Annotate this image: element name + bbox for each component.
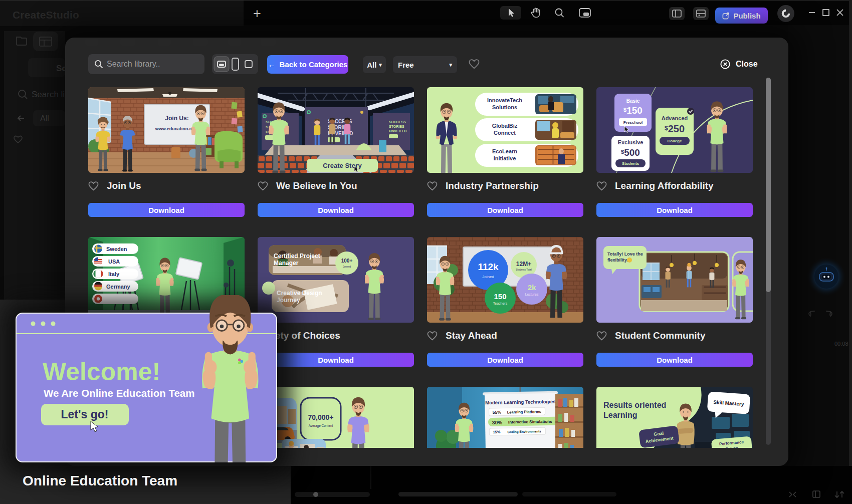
svg-text:Let's go!: Let's go!	[61, 408, 109, 421]
svg-text:Learning: Learning	[603, 411, 637, 419]
svg-text:Teachers: Teachers	[493, 302, 508, 305]
svg-text:Lectures: Lectures	[525, 293, 539, 296]
svg-text:Preschool: Preschool	[623, 120, 643, 125]
svg-text:70,000+: 70,000+	[308, 413, 334, 421]
svg-text:Sc: Sc	[56, 64, 65, 73]
svg-text:USA: USA	[108, 259, 120, 265]
svg-text:Search lib: Search lib	[32, 90, 65, 99]
svg-text:Joined: Joined	[343, 265, 351, 268]
svg-text:Learning Platforms: Learning Platforms	[507, 409, 542, 414]
svg-text:Totally! Love the: Totally! Love the	[607, 251, 643, 257]
svg-text:Exclusive: Exclusive	[618, 139, 644, 145]
svg-text:UNVEILED: UNVEILED	[389, 129, 406, 133]
svg-text:InnovateTech: InnovateTech	[487, 97, 522, 103]
svg-text:Welcome!: Welcome!	[43, 358, 160, 386]
svg-text:Creative Design: Creative Design	[277, 290, 322, 297]
svg-text:00:08: 00:08	[834, 341, 848, 347]
svg-text:Initiative: Initiative	[494, 155, 516, 161]
svg-text:Advanced: Advanced	[662, 115, 688, 121]
svg-text:SUCCESS: SUCCESS	[389, 120, 406, 124]
svg-text:112k: 112k	[478, 262, 499, 272]
svg-text:Basic: Basic	[626, 98, 640, 104]
svg-text:Join Us:: Join Us:	[165, 115, 188, 122]
svg-text:Germany: Germany	[106, 284, 131, 290]
svg-text:100+: 100+	[341, 258, 353, 264]
svg-text:Interactive Simulations: Interactive Simulations	[508, 419, 552, 425]
svg-text:flexibility.: flexibility.	[607, 258, 628, 263]
svg-text:Joined: Joined	[482, 275, 494, 279]
svg-text:$250: $250	[665, 123, 685, 134]
svg-text:We Are Online Education Team: We Are Online Education Team	[44, 387, 194, 399]
svg-text:Italy: Italy	[108, 271, 120, 277]
svg-text:EcoLearn: EcoLearn	[492, 148, 517, 154]
svg-text:15%: 15%	[493, 430, 500, 434]
svg-text:$500: $500	[621, 147, 640, 158]
svg-text:Journey: Journey	[277, 297, 300, 304]
svg-text:College: College	[668, 139, 682, 143]
svg-text:12M+: 12M+	[516, 261, 531, 268]
svg-text:Certified Project: Certified Project	[274, 253, 320, 260]
svg-text:Connect: Connect	[494, 130, 516, 136]
svg-text:150: 150	[494, 292, 506, 301]
svg-text:Students: Students	[622, 161, 640, 166]
svg-text:55%: 55%	[493, 410, 502, 415]
svg-text:Manager: Manager	[274, 260, 299, 267]
svg-text:2k: 2k	[528, 283, 536, 292]
svg-text:All: All	[40, 114, 49, 123]
svg-text:Average Content: Average Content	[309, 424, 333, 428]
svg-text:GlobalBiz: GlobalBiz	[492, 123, 518, 129]
svg-text:$150: $150	[623, 105, 643, 116]
svg-text:Students Total: Students Total	[516, 268, 532, 271]
svg-text:Solutions: Solutions	[492, 104, 517, 110]
svg-text:Sweden: Sweden	[106, 246, 127, 252]
svg-text:STORIES: STORIES	[389, 125, 404, 128]
svg-text:Results oriented: Results oriented	[603, 401, 666, 409]
svg-text:30%: 30%	[492, 420, 502, 425]
